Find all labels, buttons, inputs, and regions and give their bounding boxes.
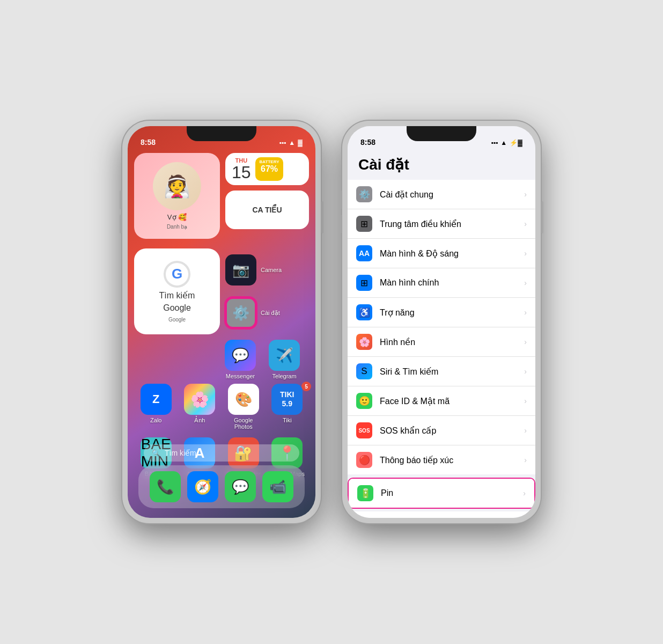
accessibility-chevron: ›: [524, 308, 527, 317]
contact-avatar: 👰: [153, 162, 201, 210]
apps-row-1: G Tìm kiếm Google Google 📷 Camera ⚙️ Cài…: [134, 248, 309, 334]
settings-app[interactable]: ⚙️ Cài đặt: [225, 297, 309, 328]
messenger-app[interactable]: 💬 Messenger: [221, 340, 260, 379]
display-chevron: ›: [524, 249, 527, 258]
catieo-widget[interactable]: CA TIỂU: [225, 191, 309, 229]
date-widget[interactable]: THU 15 BATTERY 67%: [225, 153, 309, 185]
google-widget[interactable]: G Tìm kiếm Google Google: [134, 248, 220, 334]
messenger-icon: 💬: [225, 340, 256, 371]
tiki-app[interactable]: TIKI5.9 Tiki: [268, 384, 306, 430]
status-time: 8:58: [141, 138, 156, 147]
battery-icon: ▓: [298, 139, 303, 147]
google-g: G: [164, 261, 190, 288]
settings-item-siri[interactable]: S Siri & Tìm kiếm ›: [348, 357, 535, 386]
faceid-chevron: ›: [524, 397, 527, 405]
right-widgets: THU 15 BATTERY 67% CA TIỂU: [225, 153, 309, 239]
battery-group-highlighted: 🔋 Pin ›: [348, 478, 535, 509]
safari-dock-item[interactable]: 🧭: [184, 471, 222, 502]
search-bar[interactable]: 🔍 Tìm kiếm: [144, 444, 299, 462]
general-icon: ⚙️: [356, 186, 372, 202]
zalo-badge: 5: [301, 382, 311, 391]
date-content: THU 15: [232, 157, 251, 181]
display-icon: AA: [356, 245, 372, 261]
control-chevron: ›: [524, 219, 527, 228]
photos-app[interactable]: 🌸 Ảnh: [180, 384, 219, 430]
apps-row-3: Z 5 Zalo 🌸 Ảnh 🎨 Google Photos TIKI5.9 T…: [134, 384, 309, 430]
settings-label: Cài đặt: [261, 310, 280, 317]
faceid-icon: 🙂: [356, 393, 372, 409]
contacts-label: Danh bạ: [167, 224, 187, 230]
gphotos-app[interactable]: 🎨 Google Photos: [224, 384, 263, 430]
tiki-icon: TIKI5.9: [271, 384, 303, 415]
faceid-label: Face ID & Mật mã: [380, 396, 517, 406]
settings-item-sos[interactable]: SOS SOS khẩn cấp ›: [348, 416, 535, 445]
tiki-label: Tiki: [283, 417, 292, 423]
camera-app[interactable]: 📷 Camera: [225, 254, 309, 286]
contact-name: Vợ 🥰: [167, 213, 187, 221]
messages-dock-item[interactable]: 💬: [222, 471, 259, 502]
control-icon: ⊞: [356, 216, 372, 232]
wallpaper-label: Hình nền: [380, 337, 517, 347]
volume-down-btn[interactable]: [120, 215, 122, 233]
google-label: Google: [168, 317, 186, 323]
signal-icon: ▪▪▪: [279, 139, 286, 147]
google-search-text: Tìm kiếm: [159, 290, 195, 301]
camera-icon: 📷: [225, 254, 256, 286]
zalo-app[interactable]: Z 5 Zalo: [137, 384, 175, 430]
display-label: Màn hình & Độ sáng: [380, 248, 517, 259]
settings-battery-icon: ⚡▓: [510, 139, 522, 147]
photos-icon: 🌸: [184, 384, 215, 415]
settings-signal-icon: ▪▪▪: [491, 139, 498, 147]
phone-icon: 📞: [150, 471, 181, 502]
power-btn-2[interactable]: [541, 201, 543, 233]
right-apps-col: 📷 Camera ⚙️ Cài đặt: [225, 248, 309, 334]
settings-item-homescreen[interactable]: ⊞ Màn hình chính ›: [348, 268, 535, 298]
settings-wifi-icon: ▲: [500, 139, 507, 147]
settings-item-display[interactable]: AA Màn hình & Độ sáng ›: [348, 239, 535, 268]
search-icon: 🔍: [152, 449, 160, 457]
battery-widget[interactable]: BATTERY 67%: [255, 157, 284, 181]
settings-item-wallpaper[interactable]: 🌸 Hình nền ›: [348, 327, 535, 357]
settings-item-privacy[interactable]: ✋ Quyền riêng tư & Bảo mật ›: [348, 511, 535, 518]
apps-row-2: 💬 Messenger ✈️ Telegram: [134, 340, 309, 379]
volume-down-btn-2[interactable]: [340, 215, 342, 233]
settings-item-faceid[interactable]: 🙂 Face ID & Mật mã ›: [348, 386, 535, 416]
accessibility-label: Trợ năng: [380, 308, 517, 318]
contacts-widget[interactable]: 👰 Vợ 🥰 Danh bạ: [134, 153, 220, 239]
notch: [187, 126, 256, 141]
control-label: Trung tâm điều khiển: [380, 219, 517, 229]
settings-item-general[interactable]: ⚙️ Cài đặt chung ›: [348, 180, 535, 209]
battery-chevron: ›: [523, 489, 526, 497]
homescreen-label: Màn hình chính: [380, 278, 517, 288]
settings-status-time: 8:58: [360, 138, 375, 147]
dock: 📞 🧭 💬 📹: [138, 465, 305, 508]
settings-item-accessibility[interactable]: ♿ Trợ năng ›: [348, 298, 535, 327]
phone-dock-item[interactable]: 📞: [146, 471, 184, 502]
day-number: 15: [232, 164, 251, 181]
telegram-app[interactable]: ✈️ Telegram: [265, 340, 304, 379]
facetime-icon: 📹: [262, 471, 293, 502]
facetime-dock-item[interactable]: 📹: [259, 471, 297, 502]
zalo-label: Zalo: [150, 417, 161, 423]
sos-icon: SOS: [356, 422, 372, 438]
general-chevron: ›: [524, 190, 527, 199]
siri-icon: S: [356, 363, 372, 379]
homescreen-chevron: ›: [524, 279, 527, 287]
settings-status-icons: ▪▪▪ ▲ ⚡▓: [491, 139, 522, 147]
camera-label: Camera: [261, 267, 282, 273]
settings-item-battery[interactable]: 🔋 Pin ›: [349, 479, 534, 508]
volume-up-btn-2[interactable]: [340, 191, 342, 209]
settings-item-control[interactable]: ⊞ Trung tâm điều khiển ›: [348, 209, 535, 239]
power-btn[interactable]: [321, 201, 323, 233]
volume-up-btn[interactable]: [120, 191, 122, 209]
gphotos-icon: 🎨: [228, 384, 259, 415]
telegram-icon: ✈️: [269, 340, 300, 371]
settings-list: ⚙️ Cài đặt chung › ⊞ Trung tâm điều khiể…: [348, 180, 535, 518]
gphotos-label: Google Photos: [224, 417, 263, 430]
wifi-icon: ▲: [289, 139, 295, 147]
home-screen: 8:58 ▪▪▪ ▲ ▓ 👰 Vợ 🥰 Danh bạ: [128, 126, 315, 518]
sos-chevron: ›: [524, 426, 527, 435]
battery-label: BATTERY: [260, 159, 279, 164]
battery-label-settings: Pin: [381, 488, 515, 498]
settings-item-exposure[interactable]: 🔴 Thông báo tiếp xúc ›: [348, 445, 535, 474]
